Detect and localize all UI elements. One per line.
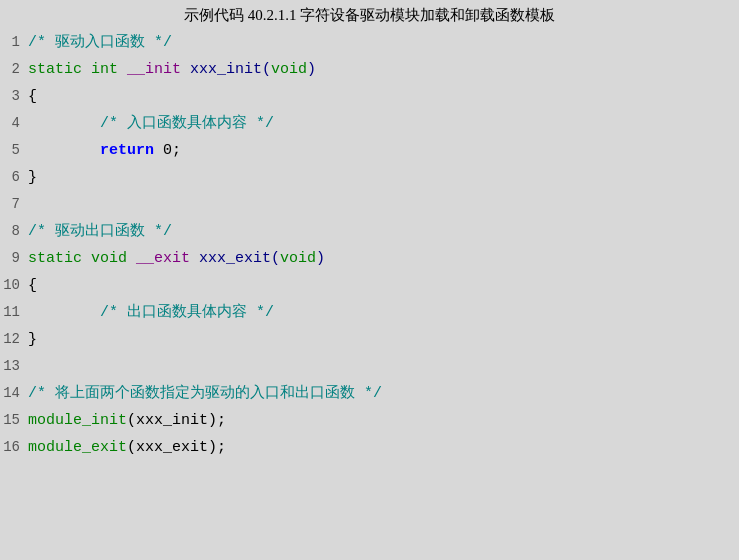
code-line: 3{ [0, 83, 739, 110]
line-content [28, 354, 739, 380]
line-number: 6 [0, 164, 28, 190]
code-line: 13 [0, 353, 739, 380]
line-content [28, 192, 739, 218]
line-number: 11 [0, 299, 28, 325]
line-content: /* 出口函数具体内容 */ [28, 300, 739, 326]
line-content: } [28, 165, 739, 191]
line-content: static void __exit xxx_exit(void) [28, 246, 739, 272]
line-number: 3 [0, 83, 28, 109]
line-content: return 0; [28, 138, 739, 164]
code-line: 5 return 0; [0, 137, 739, 164]
line-content: module_exit(xxx_exit); [28, 435, 739, 461]
line-number: 12 [0, 326, 28, 352]
line-number: 1 [0, 29, 28, 55]
line-number: 7 [0, 191, 28, 217]
line-number: 8 [0, 218, 28, 244]
line-content: /* 驱动出口函数 */ [28, 219, 739, 245]
line-content: module_init(xxx_init); [28, 408, 739, 434]
code-line: 4 /* 入口函数具体内容 */ [0, 110, 739, 137]
line-number: 10 [0, 272, 28, 298]
line-number: 15 [0, 407, 28, 433]
line-content: static int __init xxx_init(void) [28, 57, 739, 83]
line-number: 5 [0, 137, 28, 163]
code-line: 11 /* 出口函数具体内容 */ [0, 299, 739, 326]
title-text: 示例代码 40.2.1.1 字符设备驱动模块加载和卸载函数模板 [184, 7, 555, 23]
line-number: 4 [0, 110, 28, 136]
code-line: 9static void __exit xxx_exit(void) [0, 245, 739, 272]
code-line: 6} [0, 164, 739, 191]
line-number: 13 [0, 353, 28, 379]
line-content: /* 将上面两个函数指定为驱动的入口和出口函数 */ [28, 381, 739, 407]
code-line: 1/* 驱动入口函数 */ [0, 29, 739, 56]
line-number: 9 [0, 245, 28, 271]
line-content: { [28, 273, 739, 299]
line-content: { [28, 84, 739, 110]
code-line: 2static int __init xxx_init(void) [0, 56, 739, 83]
line-number: 16 [0, 434, 28, 460]
code-line: 8/* 驱动出口函数 */ [0, 218, 739, 245]
code-line: 16module_exit(xxx_exit); [0, 434, 739, 461]
line-content: /* 驱动入口函数 */ [28, 30, 739, 56]
code-line: 14/* 将上面两个函数指定为驱动的入口和出口函数 */ [0, 380, 739, 407]
line-content: /* 入口函数具体内容 */ [28, 111, 739, 137]
line-number: 14 [0, 380, 28, 406]
line-number: 2 [0, 56, 28, 82]
code-container: 1/* 驱动入口函数 */2static int __init xxx_init… [0, 29, 739, 461]
code-line: 12} [0, 326, 739, 353]
code-line: 15module_init(xxx_init); [0, 407, 739, 434]
code-line: 10{ [0, 272, 739, 299]
code-line: 7 [0, 191, 739, 218]
title-bar: 示例代码 40.2.1.1 字符设备驱动模块加载和卸载函数模板 [0, 0, 739, 29]
line-content: } [28, 327, 739, 353]
